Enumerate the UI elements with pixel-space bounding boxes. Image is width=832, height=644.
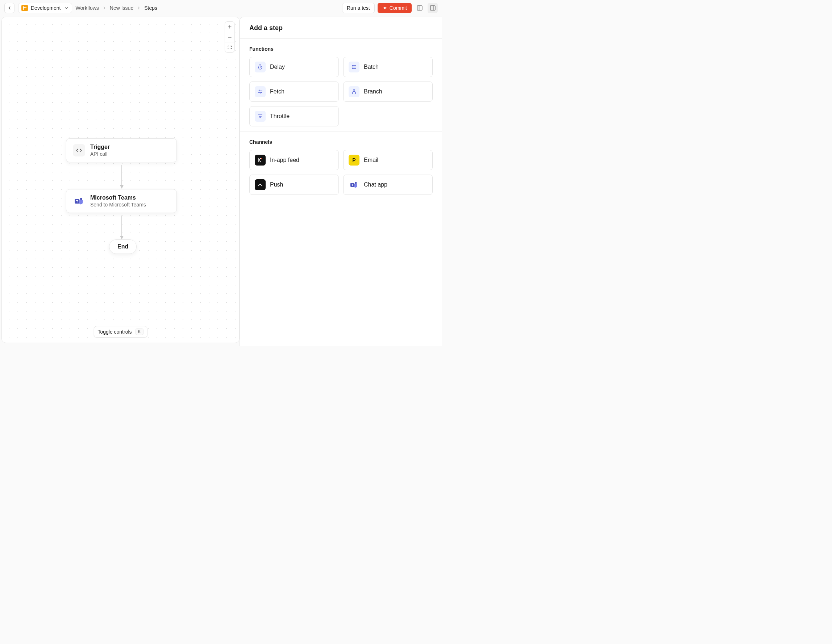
panel-right-icon xyxy=(429,5,436,11)
toggle-controls-button[interactable]: Toggle controls K xyxy=(93,326,147,337)
svg-rect-8 xyxy=(430,6,435,10)
sidebar-add-step: Add a step Functions Delay Batch xyxy=(240,17,442,346)
list-icon xyxy=(349,62,360,72)
svg-rect-6 xyxy=(417,6,422,10)
svg-marker-19 xyxy=(120,236,123,240)
minus-icon xyxy=(227,35,232,40)
zoom-fit-button[interactable] xyxy=(225,42,234,52)
zoom-out-button[interactable] xyxy=(225,32,234,42)
channel-chat-app[interactable]: T Chat app xyxy=(343,174,433,195)
step-fetch[interactable]: Fetch xyxy=(249,81,339,102)
svg-text:T: T xyxy=(76,200,78,203)
node-title: Trigger xyxy=(90,144,110,150)
workflow-canvas[interactable]: Trigger API call T Microsoft Teams Send … xyxy=(2,17,240,343)
edge xyxy=(120,165,124,189)
node-subtitle: API call xyxy=(90,151,110,157)
push-icon xyxy=(255,179,266,190)
panel-left-icon xyxy=(416,5,423,11)
node-microsoft-teams[interactable]: T Microsoft Teams Send to Microsoft Team… xyxy=(66,189,177,213)
knock-icon xyxy=(255,155,266,166)
channel-email[interactable]: P Email xyxy=(343,150,433,170)
swap-icon xyxy=(255,86,266,97)
node-end: End xyxy=(109,240,137,254)
svg-point-38 xyxy=(355,182,357,184)
commit-button[interactable]: Commit xyxy=(378,3,412,13)
keyboard-shortcut: K xyxy=(136,329,144,335)
chevron-right-icon xyxy=(136,5,141,11)
channel-push[interactable]: Push xyxy=(249,174,339,195)
environment-label: Development xyxy=(31,5,61,11)
step-batch[interactable]: Batch xyxy=(343,57,433,77)
fullscreen-icon xyxy=(227,45,232,50)
plus-icon xyxy=(227,24,232,29)
breadcrumb-workflows[interactable]: Workflows xyxy=(76,5,99,11)
channel-in-app-feed[interactable]: In-app feed xyxy=(249,150,339,170)
breadcrumb-steps[interactable]: Steps xyxy=(144,5,157,11)
step-branch[interactable]: Branch xyxy=(343,81,433,102)
section-channels-title: Channels xyxy=(249,139,433,145)
environment-select[interactable]: Development xyxy=(18,3,72,13)
timer-icon xyxy=(255,62,266,72)
chevron-left-icon xyxy=(7,5,12,11)
resize-handle[interactable] xyxy=(238,173,240,187)
svg-point-17 xyxy=(80,198,82,200)
postmark-icon: P xyxy=(349,155,360,166)
chevron-right-icon xyxy=(102,5,107,11)
step-delay[interactable]: Delay xyxy=(249,57,339,77)
zoom-controls xyxy=(225,21,235,53)
back-button[interactable] xyxy=(4,3,14,13)
node-trigger[interactable]: Trigger API call xyxy=(66,138,177,162)
svg-point-27 xyxy=(352,67,353,67)
filter-icon xyxy=(255,111,266,122)
git-commit-icon xyxy=(382,5,387,11)
chevron-down-icon xyxy=(64,5,69,11)
edge xyxy=(120,216,124,240)
branch-icon xyxy=(349,86,360,97)
panel-left-button[interactable] xyxy=(414,3,425,13)
run-test-button[interactable]: Run a test xyxy=(342,3,375,13)
breadcrumbs: Workflows New Issue Steps xyxy=(76,5,157,11)
code-icon xyxy=(73,144,85,157)
node-title: Microsoft Teams xyxy=(90,195,146,201)
svg-point-28 xyxy=(352,68,353,69)
svg-point-26 xyxy=(352,65,353,66)
section-functions-title: Functions xyxy=(249,46,433,52)
microsoft-teams-icon: T xyxy=(73,195,85,207)
breadcrumb-new-issue[interactable]: New Issue xyxy=(110,5,133,11)
node-subtitle: Send to Microsoft Teams xyxy=(90,202,146,208)
teams-icon: T xyxy=(349,179,360,190)
branch-icon xyxy=(21,5,28,11)
zoom-in-button[interactable] xyxy=(225,22,234,32)
svg-marker-14 xyxy=(120,185,123,189)
step-throttle[interactable]: Throttle xyxy=(249,106,339,126)
panel-right-button[interactable] xyxy=(427,3,438,13)
sidebar-title: Add a step xyxy=(240,17,442,39)
svg-text:T: T xyxy=(352,183,353,187)
